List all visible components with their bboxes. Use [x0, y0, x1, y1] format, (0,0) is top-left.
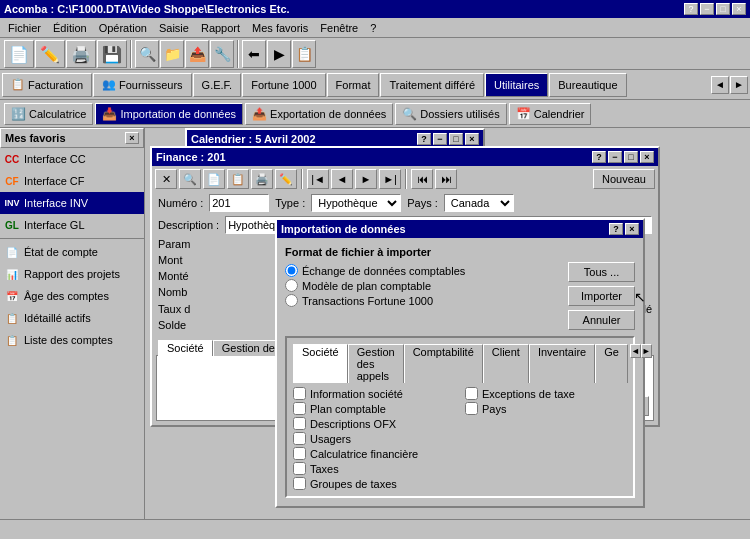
sub-btn-dossiers[interactable]: 🔍 Dossiers utilisés [395, 103, 506, 125]
sidebar-item-etat[interactable]: 📄 État de compte [0, 241, 144, 263]
sub-btn-exportation[interactable]: 📤 Exportation de données [245, 103, 393, 125]
ck-pays-input[interactable] [465, 402, 478, 415]
fin-tab-societe[interactable]: Société [158, 340, 213, 356]
sidebar-item-gl[interactable]: GL Interface GL [0, 214, 144, 236]
nouveau-button[interactable]: Nouveau [593, 169, 655, 189]
fin-btn-first[interactable]: |◄ [307, 169, 329, 189]
tab-fortune[interactable]: Fortune 1000 [242, 73, 325, 97]
minimize-btn[interactable]: − [700, 3, 714, 15]
toolbar-btn-10[interactable]: ▶ [267, 40, 291, 68]
importer-button[interactable]: Importer ↖ [568, 286, 635, 306]
menu-fichier[interactable]: Fichier [2, 20, 47, 36]
maximize-btn[interactable]: □ [716, 3, 730, 15]
sub-btn-calculatrice[interactable]: 🔢 Calculatrice [4, 103, 93, 125]
import-help-btn[interactable]: ? [609, 223, 623, 235]
ck-tab-prev[interactable]: ◄ [630, 344, 641, 358]
fin-btn-doc[interactable]: 📄 [203, 169, 225, 189]
tab-bureautique[interactable]: Bureautique [549, 73, 626, 97]
tab-fournisseurs[interactable]: 👥 Fournisseurs [93, 73, 192, 97]
toolbar-btn-1[interactable]: 📄 [4, 40, 34, 68]
toolbar-btn-9[interactable]: ⬅ [242, 40, 266, 68]
sidebar-item-age[interactable]: 📅 Âge des comptes [0, 285, 144, 307]
ck-info-societe-input[interactable] [293, 387, 306, 400]
sidebar-item-rapport[interactable]: 📊 Rapport des projets [0, 263, 144, 285]
sidebar-item-liste[interactable]: 📋 Liste des comptes [0, 329, 144, 351]
fin-btn-search[interactable]: 🔍 [179, 169, 201, 189]
import-close-btn[interactable]: × [625, 223, 639, 235]
finance-close[interactable]: × [640, 151, 654, 163]
ck-tab-societe[interactable]: Société [293, 344, 348, 383]
tab-traitement[interactable]: Traitement différé [380, 73, 484, 97]
fin-btn-last[interactable]: ►| [379, 169, 401, 189]
menu-rapport[interactable]: Rapport [195, 20, 246, 36]
ck-tab-inventaire[interactable]: Inventaire [529, 344, 595, 383]
tab-utilitaires[interactable]: Utilitaires [485, 73, 548, 97]
fin-btn-next[interactable]: ► [355, 169, 377, 189]
calendar-maximize[interactable]: □ [449, 133, 463, 145]
calendar-help[interactable]: ? [417, 133, 431, 145]
tab-facturation[interactable]: 📋 Facturation [2, 73, 92, 97]
radio-modele[interactable] [285, 279, 298, 292]
toolbar-btn-8[interactable]: 🔧 [210, 40, 234, 68]
ck-calculatrice-input[interactable] [293, 447, 306, 460]
fin-btn-print[interactable]: 🖨️ [251, 169, 273, 189]
ck-tab-next[interactable]: ► [641, 344, 652, 358]
calendar-close[interactable]: × [465, 133, 479, 145]
tab-format[interactable]: Format [327, 73, 380, 97]
sub-btn-importation[interactable]: 📥 Importation de données [95, 103, 243, 125]
ck-tab-compta[interactable]: Comptabilité [404, 344, 483, 383]
toolbar-btn-7[interactable]: 📤 [185, 40, 209, 68]
ck-exceptions-input[interactable] [465, 387, 478, 400]
radio-echange[interactable] [285, 264, 298, 277]
calendar-minimize[interactable]: − [433, 133, 447, 145]
type-select[interactable]: Hypothèque [311, 194, 401, 212]
ck-tab-ge[interactable]: Ge [595, 344, 628, 383]
ck-desc-ofx-input[interactable] [293, 417, 306, 430]
pays-select[interactable]: Canada [444, 194, 514, 212]
menu-edition[interactable]: Édition [47, 20, 93, 36]
fin-btn-prev[interactable]: ◄ [331, 169, 353, 189]
toolbar-btn-4[interactable]: 💾 [97, 40, 127, 68]
ck-plan-input[interactable] [293, 402, 306, 415]
ck-taxes-input[interactable] [293, 462, 306, 475]
menu-saisie[interactable]: Saisie [153, 20, 195, 36]
numero-input[interactable] [209, 194, 269, 212]
fin-btn-x[interactable]: ✕ [155, 169, 177, 189]
help-btn[interactable]: ? [684, 3, 698, 15]
menu-favoris[interactable]: Mes favoris [246, 20, 314, 36]
tab-prev[interactable]: ◄ [711, 76, 729, 94]
ck-tab-client[interactable]: Client [483, 344, 529, 383]
toolbar-btn-3[interactable]: 🖨️ [66, 40, 96, 68]
sidebar-item-cf[interactable]: CF Interface CF [0, 170, 144, 192]
sidebar-item-cc[interactable]: CC Interface CC [0, 148, 144, 170]
menu-help[interactable]: ? [364, 20, 382, 36]
sidebar-item-inv[interactable]: INV Interface INV [0, 192, 144, 214]
fin-btn-nav2[interactable]: ⏭ [435, 169, 457, 189]
finance-minimize[interactable]: − [608, 151, 622, 163]
sidebar-item-idetaille[interactable]: 📋 Idétaillé actifs [0, 307, 144, 329]
menu-fenetre[interactable]: Fenêtre [314, 20, 364, 36]
calendar-controls: ? − □ × [417, 133, 479, 145]
menu-operation[interactable]: Opération [93, 20, 153, 36]
close-btn[interactable]: × [732, 3, 746, 15]
annuler-button[interactable]: Annuler [568, 310, 635, 330]
ck-tab-gestion[interactable]: Gestion des appels [348, 344, 404, 383]
radio-transactions[interactable] [285, 294, 298, 307]
fin-btn-nav1[interactable]: ⏮ [411, 169, 433, 189]
toolbar-btn-6[interactable]: 📁 [160, 40, 184, 68]
ck-usagers-input[interactable] [293, 432, 306, 445]
tab-gef[interactable]: G.E.F. [193, 73, 242, 97]
fin-sep-2 [405, 169, 407, 189]
toolbar-btn-11[interactable]: 📋 [292, 40, 316, 68]
finance-help[interactable]: ? [592, 151, 606, 163]
finance-maximize[interactable]: □ [624, 151, 638, 163]
tous-button[interactable]: Tous ... [568, 262, 635, 282]
sidebar-close[interactable]: × [125, 132, 139, 144]
fin-btn-copy[interactable]: 📋 [227, 169, 249, 189]
toolbar-btn-2[interactable]: ✏️ [35, 40, 65, 68]
sub-btn-calendrier[interactable]: 📅 Calendrier [509, 103, 592, 125]
fin-btn-edit[interactable]: ✏️ [275, 169, 297, 189]
toolbar-btn-5[interactable]: 🔍 [135, 40, 159, 68]
ck-groupes-input[interactable] [293, 477, 306, 490]
tab-next[interactable]: ► [730, 76, 748, 94]
